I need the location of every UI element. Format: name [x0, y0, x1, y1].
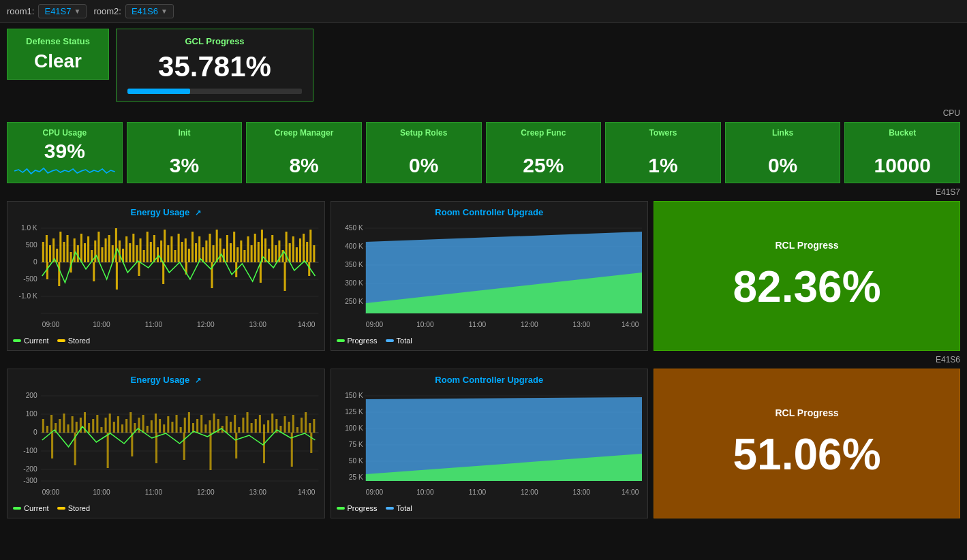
gcl-progress-card: GCL Progress 35.781%: [116, 29, 313, 102]
svg-rect-87: [303, 234, 305, 262]
svg-text:11:00: 11:00: [145, 488, 163, 496]
svg-text:-100: -100: [23, 447, 37, 454]
gcl-title: GCL Progress: [127, 36, 302, 46]
svg-text:10:00: 10:00: [416, 488, 434, 496]
svg-rect-36: [125, 236, 127, 262]
svg-rect-14: [49, 245, 51, 262]
svg-rect-154: [92, 419, 94, 433]
svg-text:25 K: 25 K: [348, 473, 363, 481]
legend-current: Current: [13, 337, 49, 345]
room1-dropdown[interactable]: E41S7 ▼: [38, 4, 87, 18]
svg-rect-182: [209, 420, 211, 433]
svg-rect-38: [132, 234, 134, 262]
svg-rect-159: [113, 422, 115, 433]
e41s7-rcu-title: Room Controller Upgrade: [337, 207, 643, 217]
svg-rect-173: [171, 422, 173, 433]
svg-text:14:00: 14:00: [298, 488, 316, 496]
svg-text:09:00: 09:00: [42, 488, 60, 496]
svg-rect-102: [284, 262, 286, 291]
svg-rect-181: [204, 424, 206, 433]
svg-rect-203: [296, 427, 298, 433]
svg-rect-89: [309, 230, 311, 262]
svg-rect-72: [251, 245, 253, 262]
e41s6-rcu-title: Room Controller Upgrade: [337, 375, 643, 385]
svg-rect-148: [67, 424, 70, 433]
svg-text:12:00: 12:00: [521, 488, 538, 496]
e41s7-rcl-card: RCL Progress 82.36%: [654, 201, 960, 351]
svg-rect-50: [174, 250, 176, 262]
svg-rect-37: [129, 243, 131, 262]
svg-rect-90: [313, 245, 315, 262]
svg-rect-16: [56, 249, 58, 262]
progress-dot-2: [337, 507, 345, 510]
creep-func-card: Creep Func 25%: [486, 122, 602, 183]
svg-rect-61: [213, 245, 215, 262]
svg-rect-176: [184, 418, 186, 433]
defense-value: Clear: [18, 50, 97, 72]
creep-func-title: Creep Func: [493, 128, 594, 138]
legend-current-2: Current: [13, 504, 49, 512]
svg-rect-29: [101, 247, 103, 262]
svg-rect-153: [88, 423, 90, 433]
svg-rect-214: [209, 433, 211, 470]
room2-selector[interactable]: room2: E41S6 ▼: [93, 4, 173, 18]
creep-func-value: 25%: [493, 154, 594, 177]
svg-text:13:00: 13:00: [572, 488, 590, 496]
svg-rect-143: [46, 426, 48, 433]
svg-text:10:00: 10:00: [93, 321, 110, 328]
svg-rect-196: [267, 420, 269, 433]
svg-rect-183: [213, 414, 215, 433]
e41s6-energy-chart: Energy Usage ↗ 200 100 0 -100 -200 -300: [7, 369, 325, 518]
svg-text:300 K: 300 K: [345, 279, 363, 287]
external-link-icon-2[interactable]: ↗: [195, 376, 201, 384]
svg-rect-194: [259, 415, 261, 433]
svg-rect-67: [233, 232, 235, 262]
svg-text:14:00: 14:00: [621, 488, 639, 496]
svg-rect-200: [284, 416, 286, 433]
e41s6-rcu-chart: Room Controller Upgrade 150 K 125 K 100 …: [331, 369, 649, 518]
svg-rect-149: [72, 416, 74, 433]
svg-rect-40: [140, 238, 142, 262]
legend-total-2: Total: [386, 504, 412, 512]
svg-rect-78: [271, 235, 273, 262]
svg-rect-202: [292, 415, 294, 433]
e41s6-energy-legend: Current Stored: [13, 504, 319, 512]
defense-status-card: Defense Status Clear: [7, 29, 109, 80]
svg-text:0: 0: [33, 429, 37, 436]
cpu-section-label: CPU: [0, 107, 967, 119]
svg-text:13:00: 13:00: [572, 321, 590, 328]
svg-rect-155: [96, 415, 98, 433]
svg-rect-43: [150, 242, 152, 262]
svg-rect-23: [80, 234, 82, 262]
e41s6-energy-svg: 200 100 0 -100 -200 -300: [13, 389, 319, 498]
svg-text:14:00: 14:00: [298, 321, 316, 328]
svg-rect-197: [271, 414, 273, 433]
svg-rect-191: [246, 412, 248, 433]
svg-rect-170: [159, 419, 161, 433]
cpu-row: CPU Usage 39% Init 3% Creep Manager 8% S…: [0, 119, 967, 186]
e41s6-rcu-legend: Progress Total: [337, 504, 643, 512]
e41s7-rcu-svg: 450 K 400 K 350 K 300 K 250 K 09:00 10:0…: [337, 221, 643, 330]
creep-manager-title: Creep Manager: [254, 128, 354, 138]
links-value: 0%: [733, 154, 833, 177]
e41s7-rcu-chart: Room Controller Upgrade 450 K 400 K 350 …: [331, 201, 649, 351]
e41s6-section-label: E41S6: [0, 354, 967, 366]
svg-rect-186: [226, 416, 228, 433]
svg-text:-200: -200: [23, 465, 37, 473]
svg-rect-60: [209, 234, 211, 262]
e41s6-rcu-svg: 150 K 125 K 100 K 75 K 50 K 25 K 09:00 1…: [337, 389, 643, 498]
stored-dot: [57, 339, 65, 342]
svg-rect-84: [292, 236, 294, 262]
svg-rect-215: [235, 433, 237, 458]
e41s7-energy-legend: Current Stored: [13, 337, 319, 345]
svg-rect-27: [94, 240, 96, 262]
svg-text:400 K: 400 K: [345, 243, 363, 250]
svg-rect-19: [66, 235, 68, 262]
room2-dropdown[interactable]: E41S6 ▼: [125, 4, 174, 18]
svg-rect-175: [180, 427, 182, 433]
svg-text:13:00: 13:00: [249, 321, 267, 328]
stored-dot-2: [57, 507, 65, 510]
top-nav: room1: E41S7 ▼ room2: E41S6 ▼: [0, 0, 967, 23]
external-link-icon[interactable]: ↗: [195, 208, 201, 217]
room1-selector[interactable]: room1: E41S7 ▼: [7, 4, 87, 18]
